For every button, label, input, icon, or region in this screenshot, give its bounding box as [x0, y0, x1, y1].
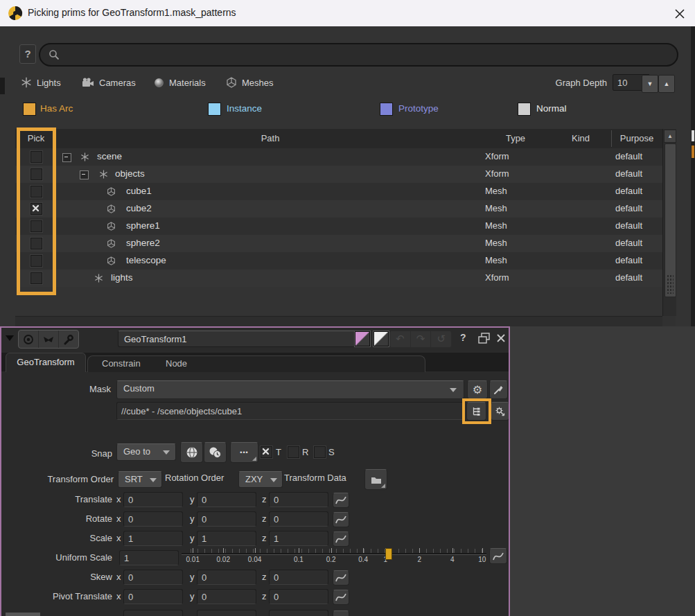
uniform-scale-animation-button[interactable] [489, 548, 507, 564]
z-axis-label: z [262, 494, 267, 504]
table-row[interactable]: objects Xform default [15, 166, 662, 183]
dialog-close-icon[interactable] [672, 6, 687, 21]
rotate-z-input[interactable] [269, 511, 328, 527]
clipped-y-input[interactable] [197, 610, 256, 616]
snap-geo-button[interactable] [180, 442, 203, 463]
scale-z-input[interactable] [269, 531, 328, 546]
slider-handle[interactable] [385, 548, 392, 560]
skew-z-input[interactable] [269, 570, 328, 585]
translate-animation-button[interactable] [333, 493, 349, 508]
uniform-scale-input[interactable] [119, 550, 179, 565]
mask-eyedropper-button[interactable] [489, 380, 508, 399]
graph-depth-increment-button[interactable]: ▲ [658, 75, 675, 93]
column-header-purpose[interactable]: Purpose [611, 133, 662, 143]
skew-y-input[interactable] [197, 570, 256, 585]
mask-update-button[interactable] [491, 402, 509, 421]
float-window-icon[interactable] [478, 333, 491, 344]
dialog-title: Picking prims for GeoTransform1.mask_pat… [28, 7, 236, 18]
table-row[interactable]: scene Xform default [15, 148, 662, 166]
filter-lights[interactable]: Lights [21, 76, 61, 89]
scale-y-input[interactable] [197, 531, 256, 546]
mask-settings-button[interactable]: ⚙ [467, 380, 488, 399]
pick-checkbox-checked[interactable] [30, 203, 42, 215]
rotate-animation-button[interactable] [333, 512, 349, 527]
panel-close-icon[interactable] [496, 333, 506, 343]
horizontal-scroll-area[interactable] [15, 316, 662, 327]
snap-s-checkbox[interactable] [314, 446, 326, 458]
uniform-scale-slider[interactable]: 0.01 0.02 0.04 0.1 0.2 0.4 1 2 4 10 [182, 547, 486, 566]
scene-graph-picker-button[interactable] [466, 402, 486, 421]
pivot-translate-y-input[interactable] [197, 589, 256, 604]
filter-materials[interactable]: Materials [154, 76, 206, 89]
scale-x-input[interactable] [123, 531, 183, 546]
transform-data-button[interactable] [364, 469, 387, 490]
snap-t-checkbox[interactable] [261, 446, 272, 458]
column-header-type[interactable]: Type [481, 133, 550, 143]
transform-order-dropdown[interactable]: SRT [118, 471, 162, 488]
node-name-field[interactable] [118, 331, 359, 347]
column-header-kind[interactable]: Kind [546, 133, 615, 143]
revert-icon[interactable]: ↺ [431, 331, 451, 347]
skew-animation-button[interactable] [333, 570, 349, 586]
search-input[interactable] [64, 46, 662, 64]
pick-checkbox[interactable] [30, 220, 42, 232]
pivot-translate-x-input[interactable] [123, 589, 183, 604]
rotation-order-dropdown[interactable]: ZXY [238, 471, 283, 488]
clipped-x-input[interactable] [123, 610, 183, 616]
scrollbar-thumb[interactable] [665, 143, 676, 297]
tab-constrain[interactable]: Constrain [102, 358, 141, 369]
tab-node[interactable]: Node [166, 358, 187, 369]
column-header-path[interactable]: Path [55, 133, 485, 143]
table-row[interactable]: sphere1 Mesh default [15, 218, 662, 235]
rotate-x-input[interactable] [123, 511, 183, 527]
pick-checkbox[interactable] [30, 272, 42, 284]
table-row[interactable]: telescope Mesh default [15, 252, 662, 270]
clipped-z-input[interactable] [269, 610, 328, 616]
translate-x-input[interactable] [123, 492, 183, 507]
pivot-translate-animation-button[interactable] [333, 590, 349, 605]
skew-x-input[interactable] [123, 570, 183, 585]
scale-animation-button[interactable] [333, 531, 349, 547]
wrench-icon[interactable] [59, 331, 78, 348]
mask-mode-dropdown[interactable]: Custom [116, 380, 464, 399]
filter-cameras[interactable]: Cameras [82, 76, 136, 89]
rotate-y-input[interactable] [197, 511, 256, 527]
moth-icon[interactable] [39, 331, 59, 348]
snap-mode-dropdown[interactable]: Geo to [116, 443, 176, 461]
snap-r-checkbox[interactable] [288, 446, 299, 458]
table-row[interactable]: cube2 Mesh default [15, 200, 662, 218]
pick-checkbox[interactable] [30, 255, 42, 267]
clipped-button[interactable] [333, 610, 349, 616]
help-button[interactable]: ? [19, 44, 36, 64]
tab-geotransform[interactable]: GeoTransform [6, 353, 86, 372]
node-color-swatch[interactable] [355, 331, 370, 346]
translate-y-input[interactable] [197, 492, 256, 507]
panel-help-button[interactable]: ? [460, 332, 466, 343]
collapse-icon[interactable] [62, 153, 71, 162]
scroll-up-icon[interactable]: ▲ [664, 130, 676, 143]
table-row[interactable]: cube1 Mesh default [15, 183, 662, 200]
filter-meshes[interactable]: Meshes [226, 76, 274, 89]
search-bar[interactable] [39, 43, 678, 67]
redo-icon[interactable]: ↷ [411, 331, 432, 347]
pick-checkbox[interactable] [30, 151, 42, 163]
table-row[interactable]: lights Xform default [15, 270, 662, 287]
table-row[interactable]: sphere2 Mesh default [15, 235, 662, 252]
mask-pattern-field[interactable] [116, 402, 464, 420]
center-target-icon[interactable] [19, 331, 39, 348]
panel-menu-icon[interactable] [6, 335, 14, 341]
collapse-icon[interactable] [80, 170, 89, 179]
snap-more-button[interactable]: ••• [230, 442, 258, 463]
pick-checkbox[interactable] [30, 168, 42, 180]
undo-icon[interactable]: ↶ [390, 331, 411, 347]
gl-color-swatch[interactable] [373, 331, 389, 346]
pick-checkbox[interactable] [30, 186, 42, 197]
column-header-pick[interactable]: Pick [15, 133, 57, 143]
graph-depth-decrement-button[interactable]: ▼ [642, 75, 658, 93]
vertical-scrollbar[interactable]: ▲ [662, 129, 676, 316]
translate-z-input[interactable] [269, 492, 328, 507]
snap-geo-frame-button[interactable] [204, 442, 227, 463]
pivot-translate-z-input[interactable] [269, 589, 328, 604]
chevron-down-icon [163, 450, 170, 455]
pick-checkbox[interactable] [30, 238, 42, 249]
